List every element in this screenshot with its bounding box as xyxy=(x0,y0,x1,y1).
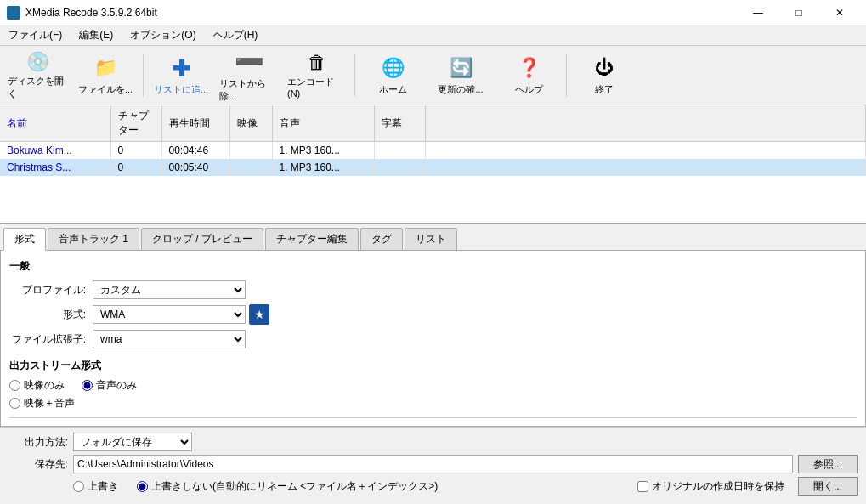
radio-video-audio[interactable]: 映像＋音声 xyxy=(9,396,75,411)
open-disc-label: ディスクを開く xyxy=(8,75,67,100)
disc-icon: 💿 xyxy=(24,51,51,73)
tab-tag[interactable]: タグ xyxy=(360,228,403,250)
menu-edit[interactable]: 編集(E) xyxy=(71,25,122,46)
menu-bar: ファイル(F) 編集(E) オプション(O) ヘルプ(H) xyxy=(0,25,866,46)
help-icon: ❓ xyxy=(515,54,542,82)
add-icon: ✚ xyxy=(167,54,195,82)
folder-icon: 📁 xyxy=(92,54,119,82)
menu-options[interactable]: オプション(O) xyxy=(122,25,204,46)
radio-audio-only[interactable]: 音声のみ xyxy=(82,378,137,393)
overwrite-radio-input[interactable] xyxy=(73,481,84,492)
output-method-label: 出力方法: xyxy=(8,435,68,450)
update-button[interactable]: 🔄 更新の確... xyxy=(427,48,495,103)
update-icon: 🔄 xyxy=(447,54,474,82)
profile-dropdown[interactable]: カスタム xyxy=(93,280,246,299)
menu-file[interactable]: ファイル(F) xyxy=(0,25,71,46)
file-chapter-0: 0 xyxy=(110,142,161,160)
keep-timestamp-checkbox[interactable] xyxy=(637,481,648,492)
radio-video-audio-label: 映像＋音声 xyxy=(24,396,75,411)
file-chapter-1: 0 xyxy=(110,159,161,176)
profile-control: カスタム xyxy=(93,280,246,299)
radio-video-audio-group: 映像＋音声 xyxy=(9,396,857,411)
open-disc-button[interactable]: 💿 ディスクを開く xyxy=(3,48,71,103)
ext-control: wma xyxy=(93,330,246,348)
open-button[interactable]: 開く... xyxy=(798,477,858,496)
add-list-button[interactable]: ✚ リストに追... xyxy=(147,48,215,103)
col-header-audio: 音声 xyxy=(272,105,374,142)
toolbar: 💿 ディスクを開く 📁 ファイルを... ✚ リストに追... ➖ リストから除… xyxy=(0,46,866,105)
tab-chapter-edit[interactable]: チャプター編集 xyxy=(265,228,359,250)
window-title: XMedia Recode 3.5.9.2 64bit xyxy=(25,7,739,19)
output-method-dropdown[interactable]: フォルダに保存 xyxy=(73,433,192,451)
file-video-1 xyxy=(229,159,272,176)
stream-copy-checkbox-label[interactable]: ストリームのみコピー xyxy=(9,425,857,427)
minimize-button[interactable]: — xyxy=(739,0,778,25)
encode-button[interactable]: 🗑 エンコード(N) xyxy=(283,48,351,103)
radio-audio-only-input[interactable] xyxy=(82,380,93,391)
save-path-input[interactable] xyxy=(73,455,793,473)
radio-video-audio-input[interactable] xyxy=(9,398,20,409)
add-list-label: リストに追... xyxy=(154,83,208,96)
title-bar: XMedia Recode 3.5.9.2 64bit — □ ✕ xyxy=(0,0,866,25)
output-section: 出力方法: フォルダに保存 保存先: 参照... 上書き 上書きしない(自動的に… xyxy=(0,427,866,504)
col-header-subtitle: 字幕 xyxy=(374,105,425,142)
tab-list[interactable]: リスト xyxy=(405,228,457,250)
table-row[interactable]: Bokuwa Kim... 0 00:04:46 1. MP3 160... xyxy=(0,142,866,160)
exit-label: 終了 xyxy=(595,83,614,96)
profile-label: プロファイル: xyxy=(9,283,86,297)
format-dropdown[interactable]: WMA xyxy=(93,305,246,324)
ext-dropdown[interactable]: wma xyxy=(93,330,246,348)
output-options-row: 上書き 上書きしない(自動的にリネーム <ファイル名＋インデックス>) オリジナ… xyxy=(8,477,858,496)
ext-row: ファイル拡張子: wma xyxy=(9,330,857,348)
tab-audio-track[interactable]: 音声トラック 1 xyxy=(48,228,139,250)
col-header-name: 名前 xyxy=(0,105,110,142)
no-overwrite-radio[interactable]: 上書きしない(自動的にリネーム <ファイル名＋インデックス>) xyxy=(137,479,624,494)
help-label: ヘルプ xyxy=(515,83,543,96)
open-file-button[interactable]: 📁 ファイルを... xyxy=(71,48,139,103)
file-audio-0: 1. MP3 160... xyxy=(272,142,374,160)
file-subtitle-0 xyxy=(374,142,425,160)
stream-copy-label: ストリームのみコピー xyxy=(24,425,126,427)
tabs-bar: 形式 音声トラック 1 クロップ / プレビュー チャプター編集 タグ リスト xyxy=(0,224,866,251)
file-name-0: Bokuwa Kim... xyxy=(0,142,110,160)
file-subtitle-1 xyxy=(374,159,425,176)
radio-video-only-label: 映像のみ xyxy=(24,378,65,393)
browse-button[interactable]: 参照... xyxy=(798,455,858,473)
home-label: ホーム xyxy=(379,83,407,96)
no-overwrite-radio-input[interactable] xyxy=(137,481,148,492)
remove-list-label: リストから除... xyxy=(219,77,279,103)
maximize-button[interactable]: □ xyxy=(779,0,818,25)
output-method-row: 出力方法: フォルダに保存 xyxy=(8,433,858,451)
col-header-chapter: チャプター xyxy=(110,105,161,142)
star-button[interactable]: ★ xyxy=(249,304,269,325)
radio-video-only-input[interactable] xyxy=(9,380,20,391)
close-button[interactable]: ✕ xyxy=(820,0,859,25)
tab-crop-preview[interactable]: クロップ / プレビュー xyxy=(141,228,263,250)
file-video-0 xyxy=(229,142,272,160)
output-stream-radios: 映像のみ 音声のみ xyxy=(9,378,857,393)
general-section-label: 一般 xyxy=(9,259,857,274)
file-extra-0 xyxy=(425,142,866,160)
overwrite-radio[interactable]: 上書き xyxy=(73,479,118,494)
exit-button[interactable]: ⏻ 終了 xyxy=(570,48,638,103)
menu-help[interactable]: ヘルプ(H) xyxy=(205,25,267,46)
remove-list-button[interactable]: ➖ リストから除... xyxy=(215,48,283,103)
help-button[interactable]: ❓ ヘルプ xyxy=(495,48,563,103)
format-row: 形式: WMA ★ xyxy=(9,304,857,325)
profile-row: プロファイル: カスタム xyxy=(9,280,857,299)
radio-video-only[interactable]: 映像のみ xyxy=(9,378,65,393)
output-stream-section: 出力ストリーム形式 映像のみ 音声のみ 映像＋音声 xyxy=(9,359,857,411)
home-button[interactable]: 🌐 ホーム xyxy=(359,48,427,103)
encode-label: エンコード(N) xyxy=(287,76,347,99)
format-control: WMA ★ xyxy=(93,304,269,325)
table-row[interactable]: Christmas S... 0 00:05:40 1. MP3 160... xyxy=(0,159,866,176)
tab-format[interactable]: 形式 xyxy=(3,228,46,251)
file-list-area: 名前 チャプター 再生時間 映像 音声 字幕 Bokuwa Kim... 0 0… xyxy=(0,105,866,224)
output-save-label: 保存先: xyxy=(8,457,68,472)
window-controls: — □ ✕ xyxy=(739,0,859,25)
keep-timestamp-checkbox-label[interactable]: オリジナルの作成日時を保持 xyxy=(637,479,784,494)
encode-icon: 🗑 xyxy=(303,52,331,74)
exit-icon: ⏻ xyxy=(591,54,618,82)
col-header-duration: 再生時間 xyxy=(161,105,229,142)
toolbar-separator-2 xyxy=(354,54,355,97)
